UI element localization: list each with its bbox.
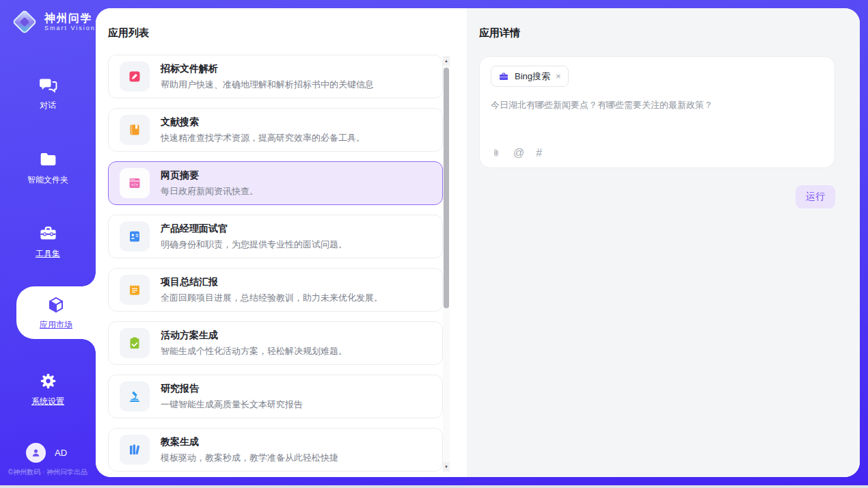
- app-card-bid-document-parse[interactable]: 招标文件解析 帮助用户快速、准确地理解和解析招标书中的关键信息: [108, 55, 443, 98]
- app-list-title: 应用列表: [108, 27, 149, 40]
- scroll-down-icon[interactable]: ▼: [443, 462, 450, 472]
- avatar: [26, 443, 46, 463]
- briefcase-icon: [498, 71, 509, 82]
- gear-icon: [38, 371, 58, 391]
- resume-icon: [128, 230, 141, 243]
- scrollbar[interactable]: ▲ ▼: [443, 56, 450, 472]
- app-icon-tile: [120, 115, 150, 145]
- sidebar-item-label: 系统设置: [31, 396, 64, 407]
- app-title: 研究报告: [161, 383, 303, 395]
- svg-text:</>: </>: [131, 182, 139, 187]
- app-card-pm-interviewer[interactable]: 产品经理面试官 明确身份和职责，为您提供专业性的面试问题。: [108, 215, 443, 258]
- sidebar-item-chat[interactable]: 对话: [0, 75, 96, 111]
- brand-logo: 神州问学 Smart Vision: [11, 8, 96, 36]
- brand-name: 神州问学: [44, 12, 96, 25]
- scroll-up-icon[interactable]: ▲: [443, 56, 450, 66]
- cube-icon: [46, 295, 66, 316]
- app-desc: 模板驱动，教案秒成，教学准备从此轻松快捷: [161, 452, 338, 464]
- copyright-text: ©神州数码 · 神州问学出品: [0, 467, 96, 477]
- scrollbar-thumb[interactable]: [444, 68, 449, 308]
- prompt-text[interactable]: 今日湖北有哪些新闻要点？有哪些需要关注的最新政策？: [491, 99, 824, 111]
- app-icon-tile: </>: [120, 168, 150, 198]
- app-title: 教案生成: [161, 436, 338, 448]
- content-panel: 应用列表 招标文件解析 帮助用户快速、准确地理解和解析招标书中的关键信息: [96, 8, 860, 477]
- chat-icon: [38, 75, 58, 95]
- app-icon-tile: [120, 328, 150, 358]
- app-desc: 每日政府新闻资讯快查。: [161, 185, 258, 198]
- run-row: 运行: [479, 185, 835, 208]
- composer-toolbar: @ #: [491, 147, 824, 159]
- sidebar-item-smart-folder[interactable]: 智能文件夹: [0, 150, 96, 186]
- sidebar-item-label: 工具集: [36, 248, 60, 260]
- app-icon-tile: [120, 435, 150, 465]
- notepad-icon: [128, 283, 141, 297]
- app-detail-pane: 应用详情 Bing搜索 × 今日湖北有哪些新闻要点？有哪些需要关注的最新政策？ …: [467, 8, 860, 477]
- app-detail-title: 应用详情: [479, 27, 520, 40]
- sidebar-item-label: 智能文件夹: [27, 174, 68, 186]
- book-icon: [128, 123, 141, 137]
- app-card-web-summary[interactable]: </> 网页摘要 每日政府新闻资讯快查。: [108, 161, 443, 205]
- app-card-event-plan[interactable]: 活动方案生成 智能生成个性化活动方案，轻松解决规划难题。: [108, 321, 443, 365]
- diamond-logo-icon: [11, 8, 38, 36]
- app-card-research-report[interactable]: 研究报告 一键智能生成高质量长文本研究报告: [108, 375, 443, 418]
- app-icon-tile: [120, 381, 150, 411]
- app-desc: 全面回顾项目进展，总结经验教训，助力未来优化发展。: [161, 292, 383, 304]
- app-title: 网页摘要: [161, 170, 258, 182]
- sidebar-item-label: 对话: [40, 100, 56, 111]
- app-title: 招标文件解析: [161, 63, 374, 75]
- folder-icon: [38, 150, 58, 170]
- at-icon[interactable]: @: [513, 147, 524, 159]
- toolbox-icon: [38, 223, 58, 243]
- books-icon: [128, 443, 141, 457]
- app-cards: 招标文件解析 帮助用户快速、准确地理解和解析招标书中的关键信息 文献搜索 快速精…: [108, 55, 443, 477]
- app-title: 文献搜索: [161, 116, 365, 128]
- app-list-pane: 应用列表 招标文件解析 帮助用户快速、准确地理解和解析招标书中的关键信息: [96, 8, 467, 477]
- app-icon-tile: [120, 62, 150, 92]
- sidebar-item-label: 应用市场: [40, 319, 72, 331]
- user-name: AD: [55, 448, 67, 458]
- user-account[interactable]: AD: [26, 443, 67, 463]
- app-card-project-summary[interactable]: 项目总结汇报 全面回顾项目进展，总结经验教训，助力未来优化发展。: [108, 268, 443, 312]
- close-icon[interactable]: ×: [556, 72, 561, 81]
- app-desc: 快速精准查找学术资源，提高研究效率的必备工具。: [161, 132, 365, 144]
- hash-icon[interactable]: #: [536, 147, 542, 159]
- app-card-literature-search[interactable]: 文献搜索 快速精准查找学术资源，提高研究效率的必备工具。: [108, 108, 443, 152]
- clipboard-check-icon: [128, 336, 141, 350]
- app-title: 活动方案生成: [161, 329, 347, 342]
- sidebar-item-app-market[interactable]: 应用市场: [16, 286, 96, 339]
- app-card-lesson-plan[interactable]: 教案生成 模板驱动，教案秒成，教学准备从此轻松快捷: [108, 428, 443, 472]
- prompt-input-card[interactable]: Bing搜索 × 今日湖北有哪些新闻要点？有哪些需要关注的最新政策？ @ #: [479, 56, 835, 168]
- app-icon-tile: [120, 221, 150, 252]
- app-title: 产品经理面试官: [161, 223, 347, 235]
- paperclip-icon[interactable]: [491, 148, 502, 159]
- app-desc: 智能生成个性化活动方案，轻松解决规划难题。: [161, 345, 347, 357]
- app-desc: 明确身份和职责，为您提供专业性的面试问题。: [161, 239, 347, 251]
- app-icon-tile: [120, 275, 150, 305]
- tool-tag-bing-search[interactable]: Bing搜索 ×: [491, 66, 569, 87]
- person-icon: [30, 447, 42, 459]
- tool-tag-label: Bing搜索: [515, 70, 550, 83]
- microscope-icon: [128, 390, 141, 403]
- sidebar-item-toolset[interactable]: 工具集: [0, 223, 96, 260]
- app-title: 项目总结汇报: [161, 276, 383, 288]
- pen-square-icon: [128, 70, 141, 83]
- app-desc: 帮助用户快速、准确地理解和解析招标书中的关键信息: [161, 79, 374, 91]
- brand-tagline: Smart Vision: [44, 25, 96, 31]
- sidebar-item-settings[interactable]: 系统设置: [0, 371, 96, 407]
- browser-code-icon: </>: [128, 176, 141, 190]
- app-desc: 一键智能生成高质量长文本研究报告: [161, 398, 303, 411]
- run-button[interactable]: 运行: [796, 185, 835, 208]
